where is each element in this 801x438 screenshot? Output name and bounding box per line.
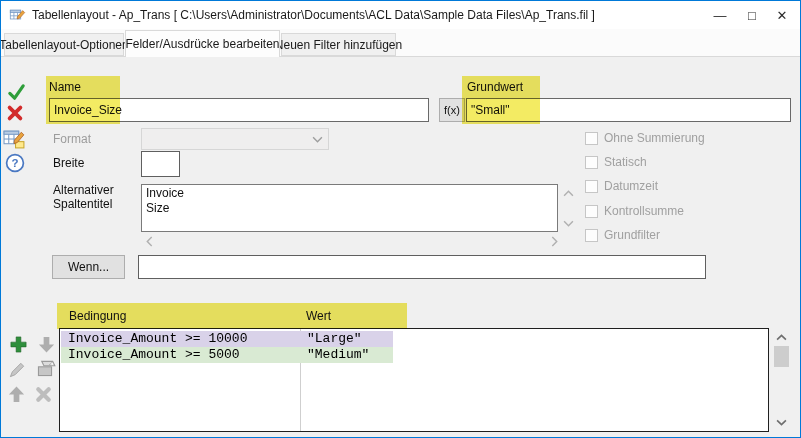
tab-tabellenlayout-optionen[interactable]: Tabellenlayout-Optionen	[4, 33, 124, 56]
help-icon[interactable]: ?	[5, 153, 25, 173]
fx-button[interactable]: f(x)	[439, 98, 465, 122]
remove-icon	[34, 385, 53, 404]
checkbox-ohne-summierung: Ohne Summierung	[585, 131, 705, 145]
svg-text:?: ?	[11, 157, 18, 169]
scroll-down-icon[interactable]	[773, 415, 790, 430]
checkbox-icon	[585, 132, 598, 145]
maximize-button[interactable]: □	[736, 1, 768, 29]
minimize-button[interactable]: —	[704, 1, 736, 29]
condition-row[interactable]: Invoice_Amount >= 5000 "Medium"	[61, 347, 393, 363]
checkbox-grundfilter: Grundfilter	[585, 228, 660, 242]
tabellenlayout-window: Tabellenlayout - Ap_Trans [ C:\Users\Adm…	[0, 0, 801, 438]
condition-expression: Invoice_Amount >= 10000	[68, 331, 247, 346]
wenn-button[interactable]: Wenn...	[52, 255, 125, 279]
wenn-input[interactable]	[138, 255, 706, 279]
window-title: Tabellenlayout - Ap_Trans [ C:\Users\Adm…	[32, 8, 595, 22]
grundwert-label: Grundwert	[467, 80, 523, 94]
name-label: Name	[49, 80, 81, 94]
edit-table-layout-icon[interactable]	[3, 128, 26, 149]
title-bar: Tabellenlayout - Ap_Trans [ C:\Users\Adm…	[1, 1, 800, 29]
move-up-icon	[7, 385, 26, 404]
alt-spaltentitel-textarea[interactable]: Invoice Size	[141, 184, 558, 232]
tab-felder-ausdruecke-bearbeiten[interactable]: Felder/Ausdrücke bearbeiten	[125, 30, 280, 57]
conditions-scrollbar[interactable]	[773, 330, 790, 430]
bedingung-column-header: Bedingung	[69, 309, 126, 323]
scroll-down-icon[interactable]	[561, 217, 575, 229]
scroll-left-icon[interactable]	[142, 235, 156, 247]
breite-input[interactable]	[141, 151, 180, 177]
checkbox-icon	[585, 180, 598, 193]
format-label: Format	[53, 132, 91, 146]
checkbox-kontrollsumme: Kontrollsumme	[585, 204, 684, 218]
delete-icon[interactable]	[6, 104, 24, 122]
conditions-list: Invoice_Amount >= 10000 "Large" Invoice_…	[59, 328, 769, 432]
tab-bar: Tabellenlayout-Optionen Felder/Ausdrücke…	[1, 29, 800, 57]
checkbox-icon	[585, 229, 598, 242]
scroll-up-icon[interactable]	[561, 187, 575, 199]
scrollbar-thumb[interactable]	[774, 346, 789, 367]
checkbox-datumzeit: Datumzeit	[585, 179, 658, 193]
wert-column-header: Wert	[306, 309, 331, 323]
checkbox-label: Datumzeit	[604, 179, 658, 193]
scroll-right-icon[interactable]	[547, 235, 561, 247]
grundwert-input[interactable]	[466, 98, 791, 122]
move-down-icon	[37, 335, 56, 354]
duplicate-icon	[33, 357, 57, 381]
checkbox-label: Grundfilter	[604, 228, 660, 242]
condition-value: "Large"	[307, 331, 362, 346]
checkbox-label: Ohne Summierung	[604, 131, 705, 145]
format-dropdown	[141, 128, 329, 150]
name-input[interactable]	[49, 98, 429, 122]
alt-spaltentitel-label: Alternativer Spaltentitel	[53, 183, 117, 211]
checkbox-label: Kontrollsumme	[604, 204, 684, 218]
scroll-up-icon[interactable]	[773, 330, 790, 345]
accept-icon[interactable]	[7, 83, 26, 102]
checkbox-icon	[585, 156, 598, 169]
condition-row[interactable]: Invoice_Amount >= 10000 "Large"	[61, 331, 393, 347]
chevron-down-icon	[312, 136, 323, 143]
breite-label: Breite	[53, 156, 84, 170]
edit-icon	[8, 360, 27, 379]
checkbox-statisch: Statisch	[585, 155, 647, 169]
table-layout-icon	[9, 7, 26, 23]
condition-value: "Medium"	[307, 347, 369, 362]
tab-neuen-filter-hinzufuegen[interactable]: Neuen Filter hinzufügen	[281, 33, 396, 56]
close-button[interactable]: ✕	[766, 1, 798, 29]
condition-expression: Invoice_Amount >= 5000	[68, 347, 240, 362]
checkbox-label: Statisch	[604, 155, 647, 169]
add-icon[interactable]	[9, 335, 28, 354]
checkbox-icon	[585, 205, 598, 218]
